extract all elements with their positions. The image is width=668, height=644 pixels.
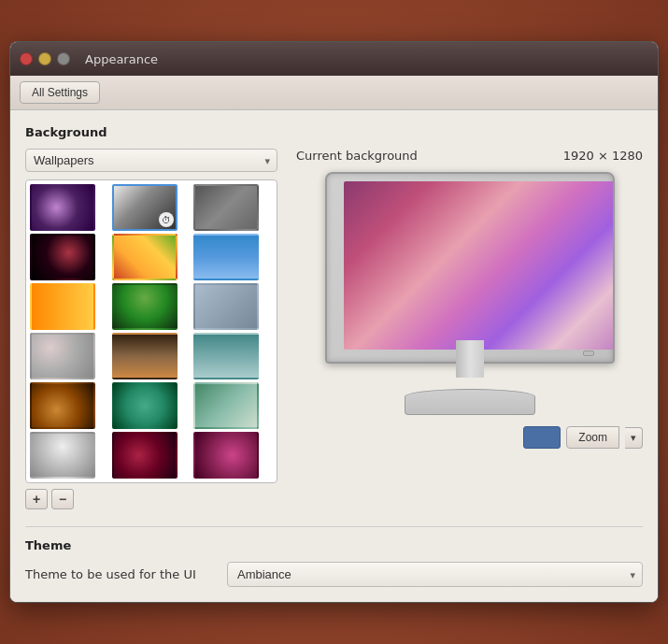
wallpaper-grid: ⏱ xyxy=(25,179,277,483)
monitor-container xyxy=(296,172,643,415)
wallpaper-item[interactable] xyxy=(112,382,178,429)
wallpaper-item[interactable] xyxy=(193,432,259,479)
monitor-preview xyxy=(316,172,624,415)
theme-dropdown-wrap: Ambiance Radiance High Contrast Custom xyxy=(227,562,643,587)
theme-dropdown[interactable]: Ambiance Radiance High Contrast Custom xyxy=(227,562,643,587)
remove-wallpaper-button[interactable]: − xyxy=(51,489,74,509)
color-swatch-button[interactable] xyxy=(523,426,561,449)
wallpaper-source-dropdown[interactable]: Wallpapers Colors & Gradients No Image xyxy=(25,149,277,172)
zoom-controls: Zoom ▾ xyxy=(523,426,643,449)
monitor-power-indicator xyxy=(583,351,594,356)
wallpaper-source-wrap: Wallpapers Colors & Gradients No Image xyxy=(25,149,277,172)
current-bg-header: Current background 1920 × 1280 xyxy=(296,149,643,163)
grid-controls: + − xyxy=(25,489,277,509)
wallpaper-item[interactable] xyxy=(112,333,178,379)
wallpaper-item[interactable] xyxy=(112,234,178,280)
theme-row: Theme to be used for the UI Ambiance Rad… xyxy=(25,562,643,587)
wallpaper-dropdown-row: Wallpapers Colors & Gradients No Image xyxy=(25,149,277,172)
right-panel: Current background 1920 × 1280 xyxy=(296,149,643,449)
monitor-base xyxy=(405,389,535,415)
wallpaper-item[interactable] xyxy=(193,234,259,280)
theme-description-label: Theme to be used for the UI xyxy=(25,567,212,581)
wallpaper-item[interactable] xyxy=(112,283,178,330)
wallpaper-item[interactable] xyxy=(30,382,95,429)
wallpaper-item[interactable]: ⏱ xyxy=(112,184,178,231)
wallpaper-item[interactable] xyxy=(112,432,178,479)
main-content: Background Wallpapers Colors & Gradients… xyxy=(10,110,658,602)
background-dimensions: 1920 × 1280 xyxy=(563,149,643,163)
wallpaper-item[interactable] xyxy=(30,333,95,379)
wallpaper-item[interactable] xyxy=(193,283,259,330)
theme-section-label: Theme xyxy=(25,538,643,552)
wallpaper-item[interactable] xyxy=(30,432,95,479)
wallpaper-preview xyxy=(344,181,615,350)
toolbar: All Settings xyxy=(10,76,658,110)
add-wallpaper-button[interactable]: + xyxy=(25,489,48,509)
wallpaper-item[interactable] xyxy=(193,333,259,379)
titlebar: Appearance xyxy=(10,42,658,76)
background-section: Wallpapers Colors & Gradients No Image ⏱ xyxy=(25,149,643,509)
wallpaper-item[interactable] xyxy=(30,184,95,231)
maximize-button[interactable] xyxy=(57,52,70,65)
monitor-stand-neck xyxy=(456,340,484,378)
all-settings-button[interactable]: All Settings xyxy=(20,81,100,104)
window-controls xyxy=(20,52,70,65)
monitor-screen-outer xyxy=(325,172,615,364)
zoom-button[interactable]: Zoom xyxy=(566,426,619,449)
wallpaper-item[interactable] xyxy=(30,234,95,280)
app-window: Appearance All Settings Background Wallp… xyxy=(9,41,659,603)
minimize-button[interactable] xyxy=(38,52,51,65)
zoom-dropdown-button[interactable]: ▾ xyxy=(625,427,643,449)
window-title: Appearance xyxy=(85,52,158,66)
wallpaper-item[interactable] xyxy=(193,184,259,231)
chevron-down-icon: ▾ xyxy=(631,432,636,443)
left-panel: Wallpapers Colors & Gradients No Image ⏱ xyxy=(25,149,277,509)
close-button[interactable] xyxy=(20,52,33,65)
selected-check-icon: ⏱ xyxy=(159,212,174,227)
current-background-label: Current background xyxy=(296,149,418,163)
wallpaper-item[interactable] xyxy=(193,382,259,429)
background-section-label: Background xyxy=(25,125,643,139)
wallpaper-item[interactable] xyxy=(30,283,95,330)
theme-section: Theme Theme to be used for the UI Ambian… xyxy=(25,526,643,587)
